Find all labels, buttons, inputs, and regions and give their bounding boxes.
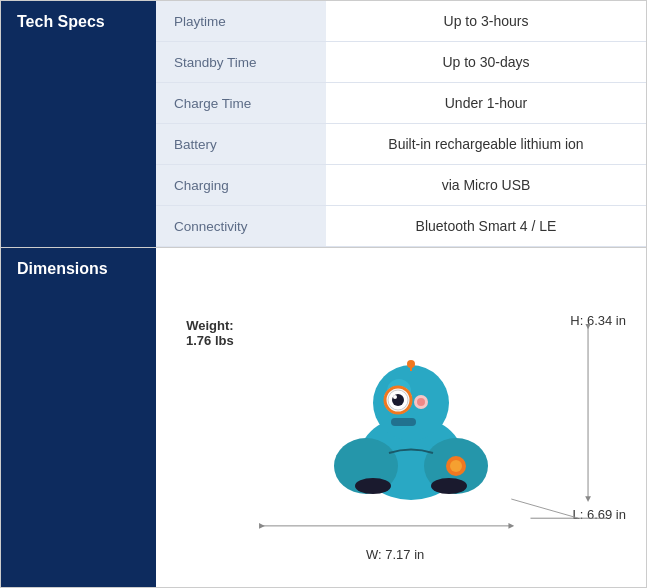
spec-label: Standby Time [156, 42, 326, 83]
width-label: W: 7.17 in [366, 547, 424, 562]
table-row: Battery Built-in rechargeable lithium io… [156, 124, 646, 165]
svg-point-17 [355, 478, 391, 494]
spec-value: Up to 30-days [326, 42, 646, 83]
table-row: Playtime Up to 3-hours [156, 1, 646, 42]
table-row: Connectivity Bluetooth Smart 4 / LE [156, 206, 646, 247]
svg-point-16 [450, 460, 462, 472]
weight-value: 1.76 lbs [186, 333, 234, 348]
spec-label: Connectivity [156, 206, 326, 247]
specs-table: Playtime Up to 3-hours Standby Time Up t… [156, 1, 646, 247]
spec-label: Battery [156, 124, 326, 165]
length-label: L: 6.69 in [573, 507, 627, 522]
table-row: Charging via Micro USB [156, 165, 646, 206]
svg-line-22 [511, 499, 578, 518]
weight-label: Weight: 1.76 lbs [186, 318, 234, 348]
robot-area: Weight: 1.76 lbs H: 6.34 in L: 6.69 in W… [166, 258, 636, 577]
spec-value: via Micro USB [326, 165, 646, 206]
dimensions-section: Dimensions Weight: 1.76 lbs H: 6.34 in L… [1, 247, 646, 587]
robot-illustration [311, 318, 511, 518]
svg-point-11 [417, 398, 425, 406]
width-value: W: 7.17 in [366, 547, 424, 562]
length-value: L: 6.69 in [573, 507, 627, 522]
spec-label: Charging [156, 165, 326, 206]
svg-point-9 [393, 395, 397, 399]
spec-value: Up to 3-hours [326, 1, 646, 42]
spec-label: Playtime [156, 1, 326, 42]
svg-rect-12 [391, 418, 416, 426]
dimensions-title: Dimensions [17, 260, 108, 278]
dimensions-content: Weight: 1.76 lbs H: 6.34 in L: 6.69 in W… [156, 248, 646, 587]
table-row: Charge Time Under 1-hour [156, 83, 646, 124]
weight-title: Weight: [186, 318, 233, 333]
spec-value: Under 1-hour [326, 83, 646, 124]
tech-specs-header: Tech Specs [1, 1, 156, 247]
table-row: Standby Time Up to 30-days [156, 42, 646, 83]
tech-specs-title: Tech Specs [17, 13, 105, 31]
tech-specs-section: Tech Specs Playtime Up to 3-hours Standb… [1, 1, 646, 247]
dimensions-header: Dimensions [1, 248, 156, 587]
svg-point-18 [431, 478, 467, 494]
spec-value: Bluetooth Smart 4 / LE [326, 206, 646, 247]
height-value: H: 6.34 in [570, 313, 626, 328]
height-label: H: 6.34 in [570, 313, 626, 328]
main-container: Tech Specs Playtime Up to 3-hours Standb… [0, 0, 647, 588]
spec-value: Built-in rechargeable lithium ion [326, 124, 646, 165]
spec-label: Charge Time [156, 83, 326, 124]
